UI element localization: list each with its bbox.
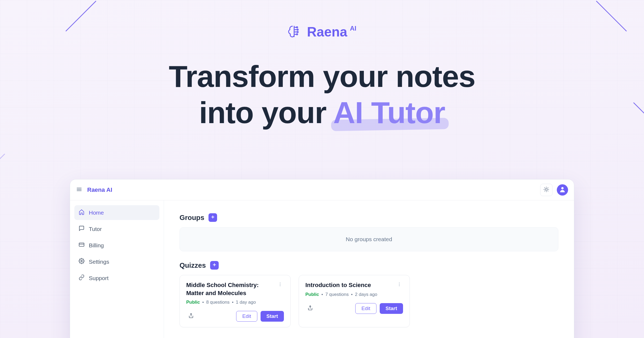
svg-point-19 (81, 260, 82, 262)
svg-point-30 (399, 285, 400, 286)
sidebar-item-home[interactable]: Home (74, 205, 159, 220)
sidebar-item-label: Support (89, 275, 109, 281)
svg-line-15 (548, 188, 548, 188)
sidebar-item-label: Tutor (89, 226, 102, 232)
gear-icon (79, 258, 85, 265)
hero-highlight: AI Tutor (333, 95, 445, 130)
svg-point-7 (545, 188, 547, 190)
share-button[interactable] (186, 311, 196, 321)
empty-message: No groups created (346, 236, 392, 242)
app-header: Raena AI (70, 179, 574, 200)
edit-button[interactable]: Edit (355, 303, 376, 314)
main-content: Groups No groups created Quizzes (164, 200, 574, 338)
start-button[interactable]: Start (261, 311, 284, 322)
hero: Raena AI Transform your notes into your … (0, 0, 644, 131)
plus-icon (212, 262, 217, 268)
sidebar: Home Tutor Billing Settings (70, 200, 164, 338)
sidebar-item-support[interactable]: Support (74, 271, 159, 285)
quiz-visibility: Public (305, 292, 319, 297)
svg-line-12 (544, 188, 545, 188)
quiz-title: Introduction to Science (305, 281, 396, 289)
svg-point-29 (399, 284, 400, 285)
sidebar-item-settings[interactable]: Settings (74, 254, 159, 269)
brand-suffix: AI (350, 25, 356, 32)
quiz-card[interactable]: Middle School Chemistry: Matter and Mole… (180, 275, 291, 327)
share-icon (308, 305, 313, 312)
groups-empty-state: No groups created (180, 227, 558, 251)
add-quiz-button[interactable] (210, 261, 219, 270)
svg-point-25 (280, 284, 280, 285)
more-vertical-icon (397, 282, 402, 288)
quiz-more-button[interactable] (396, 281, 403, 289)
svg-point-1 (297, 29, 298, 30)
svg-rect-17 (79, 243, 84, 247)
quiz-more-button[interactable] (276, 281, 284, 289)
brand-logo: Raena AI (287, 24, 357, 40)
link-icon (79, 274, 85, 282)
quiz-meta: Public • 8 questions • 1 day ago (186, 300, 284, 305)
quiz-age: 1 day ago (236, 300, 256, 305)
hero-line1: Transform your notes (169, 59, 475, 93)
quiz-title: Middle School Chemistry: Matter and Mole… (186, 281, 276, 297)
brain-icon (287, 24, 301, 39)
svg-point-24 (280, 283, 280, 283)
plus-icon (210, 215, 215, 221)
hero-headline: Transform your notes into your AI Tutor (0, 58, 644, 131)
hero-line2-prefix: into your (199, 95, 333, 130)
sidebar-item-label: Home (89, 210, 104, 216)
quiz-meta: Public • 7 questions • 2 days ago (305, 292, 403, 297)
add-group-button[interactable] (208, 213, 217, 222)
quiz-age: 2 days ago (355, 292, 377, 297)
start-button[interactable]: Start (380, 303, 403, 314)
svg-point-16 (561, 187, 564, 189)
decorative-line (0, 153, 5, 184)
sidebar-item-tutor[interactable]: Tutor (74, 222, 159, 236)
sidebar-item-label: Billing (89, 242, 104, 249)
chat-icon (79, 225, 85, 233)
app-title[interactable]: Raena AI (87, 186, 112, 193)
avatar[interactable] (557, 184, 568, 196)
svg-point-2 (297, 31, 298, 32)
share-icon (188, 313, 194, 319)
menu-icon[interactable] (76, 186, 82, 194)
theme-toggle-button[interactable] (540, 184, 552, 196)
user-icon (559, 186, 566, 194)
quiz-visibility: Public (186, 300, 200, 305)
quiz-question-count: 7 questions (325, 292, 349, 297)
app-window: Raena AI (70, 179, 574, 338)
quizzes-title: Quizzes (180, 261, 206, 270)
quiz-question-count: 8 questions (206, 300, 229, 305)
sidebar-item-label: Settings (89, 259, 109, 265)
card-icon (79, 242, 85, 249)
edit-button[interactable]: Edit (236, 311, 257, 322)
share-button[interactable] (305, 304, 315, 313)
home-icon (79, 209, 85, 216)
svg-line-14 (544, 191, 545, 191)
svg-line-13 (548, 191, 548, 191)
svg-point-0 (297, 27, 298, 28)
sidebar-item-billing[interactable]: Billing (74, 238, 159, 253)
svg-point-28 (399, 283, 400, 283)
more-vertical-icon (278, 282, 283, 288)
brand-text: Raena (307, 24, 347, 39)
svg-point-26 (280, 285, 280, 286)
sun-icon (543, 186, 549, 193)
brand-name: Raena AI (307, 24, 357, 40)
groups-title: Groups (180, 214, 204, 222)
quizzes-section-header: Quizzes (180, 261, 558, 270)
quiz-card-row: Middle School Chemistry: Matter and Mole… (180, 275, 558, 327)
groups-section-header: Groups (180, 213, 558, 222)
quiz-card[interactable]: Introduction to Science Public • 7 quest… (299, 275, 410, 327)
svg-point-3 (297, 34, 298, 35)
